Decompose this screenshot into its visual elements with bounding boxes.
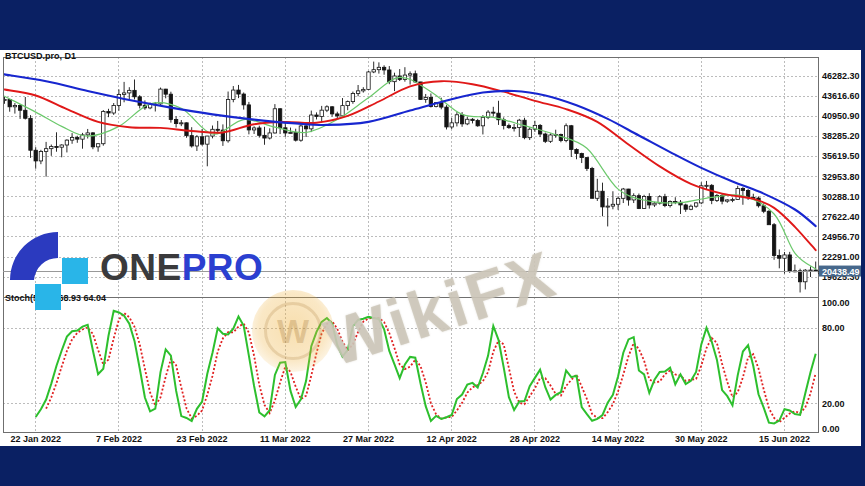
svg-text:35619.50: 35619.50 [822,151,860,161]
wikifx-coin-letter: W [264,302,322,360]
stochastic-layer [36,311,816,424]
svg-text:80.00: 80.00 [822,323,845,333]
wikifx-watermark-coin: W [252,290,334,372]
svg-text:7 Feb 2022: 7 Feb 2022 [96,434,142,444]
svg-text:15 Jun 2022: 15 Jun 2022 [759,434,810,444]
svg-text:23 Feb 2022: 23 Feb 2022 [177,434,228,444]
symbol-timeframe-label: BTCUSD.pro, D1 [5,51,76,61]
svg-text:27 Mar 2022: 27 Mar 2022 [343,434,394,444]
svg-text:38285.20: 38285.20 [822,131,860,141]
svg-text:22291.00: 22291.00 [822,252,860,262]
svg-text:12 Apr 2022: 12 Apr 2022 [427,434,477,444]
svg-text:40950.90: 40950.90 [822,111,860,121]
onepro-logo: ONEPRO [6,216,263,312]
logo-pro: PRO [182,247,264,288]
svg-text:24956.70: 24956.70 [822,232,860,242]
svg-text:100.00: 100.00 [822,298,850,308]
svg-text:30288.10: 30288.10 [822,192,860,202]
chart-window: 46282.3043616.6040950.9038285.2035619.50… [0,50,861,446]
svg-text:11 Mar 2022: 11 Mar 2022 [260,434,311,444]
svg-text:30 May 2022: 30 May 2022 [675,434,728,444]
svg-text:14 May 2022: 14 May 2022 [592,434,645,444]
svg-text:27622.40: 27622.40 [822,212,860,222]
svg-text:22 Jan 2022: 22 Jan 2022 [10,434,61,444]
svg-text:46282.30: 46282.30 [822,71,860,81]
page-background: { "header": { "symbol_label": "BTCUSD.pr… [0,0,865,486]
onepro-logo-icon [6,216,90,312]
svg-text:32953.80: 32953.80 [822,172,860,182]
svg-text:20.00: 20.00 [822,399,845,409]
onepro-logo-text: ONEPRO [100,249,263,286]
svg-text:43616.60: 43616.60 [822,91,860,101]
svg-text:28 Apr 2022: 28 Apr 2022 [510,434,560,444]
svg-text:0.00: 0.00 [822,424,840,434]
logo-one: ONE [100,247,182,288]
svg-text:20438.49: 20438.49 [822,267,860,277]
